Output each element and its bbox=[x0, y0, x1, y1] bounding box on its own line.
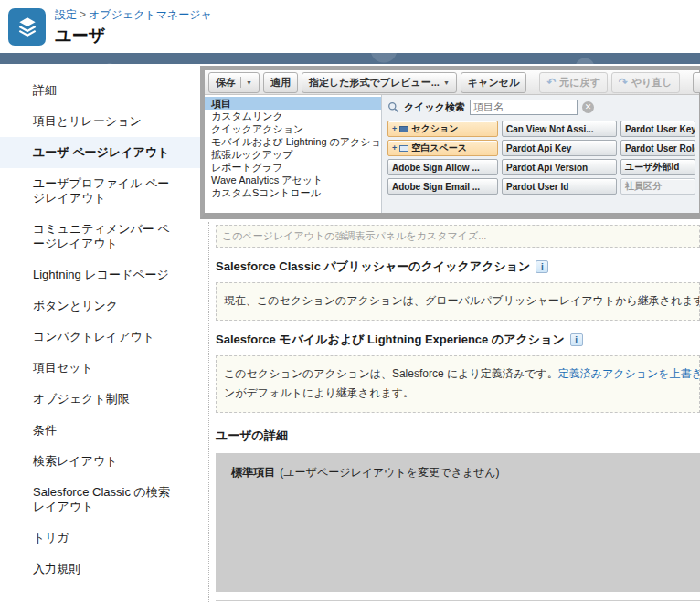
undo-icon: ↶ bbox=[546, 78, 556, 87]
palette-category-4[interactable]: 拡張ルックアップ bbox=[205, 148, 381, 161]
palette-category-6[interactable]: Wave Analytics アセット bbox=[205, 174, 381, 186]
quick-find-label: クイック検索 bbox=[404, 100, 465, 114]
palette-item-label: Pardot User Role bbox=[625, 143, 695, 153]
palette-item-0[interactable]: +セクション bbox=[387, 121, 498, 137]
redo-icon: ↷ bbox=[619, 78, 628, 87]
search-icon bbox=[387, 101, 399, 113]
palette-category-3[interactable]: モバイルおよび Lightning のアクション bbox=[205, 135, 381, 148]
palette-category-7[interactable]: カスタムSコントロール bbox=[205, 186, 381, 199]
sidebar-item-1[interactable]: 項目とリレーション bbox=[0, 106, 203, 137]
sidebar-item-11[interactable]: 検索レイアウト bbox=[0, 446, 203, 477]
sidebar-item-10[interactable]: 条件 bbox=[0, 415, 203, 446]
palette-item-11: 社員区分 bbox=[620, 178, 695, 195]
save-button-label: 保存 bbox=[216, 76, 236, 90]
palette-item-label: ユーザ外部Id bbox=[625, 161, 679, 174]
palette-item-label: 社員区分 bbox=[625, 180, 662, 193]
sidebar-item-14[interactable]: 入力規則 bbox=[0, 554, 203, 585]
breadcrumb-object-manager-link[interactable]: オブジェクトマネージャ bbox=[89, 8, 212, 21]
palette-category-list: 項目カスタムリンククイックアクションモバイルおよび Lightning のアクシ… bbox=[205, 95, 382, 213]
sidebar-item-0[interactable]: 詳細 bbox=[0, 75, 203, 106]
clear-search-icon[interactable]: ✕ bbox=[582, 101, 594, 113]
mobile-actions-text: このセクションのアクションは、Salesforce により定義済みです。 bbox=[224, 367, 558, 380]
redo-button[interactable]: ↷ やり直し bbox=[611, 72, 680, 93]
palette-item-label: Adobe Sign Allow ... bbox=[392, 163, 480, 173]
sidebar-item-5[interactable]: Lightning レコードページ bbox=[0, 259, 203, 290]
override-predefined-actions-link[interactable]: 定義済みアクションを上書き bbox=[558, 367, 700, 380]
palette-item-6[interactable]: Adobe Sign Allow ... bbox=[387, 159, 498, 175]
quick-find-input[interactable] bbox=[470, 100, 578, 115]
user-detail-section-heading: ユーザの詳細 bbox=[216, 428, 700, 444]
palette-item-9[interactable]: Adobe Sign Email ... bbox=[387, 178, 498, 195]
header-decorative-banner bbox=[0, 53, 700, 64]
palette-item-8[interactable]: ユーザ外部Id bbox=[620, 159, 695, 175]
page-title: ユーザ bbox=[55, 25, 212, 47]
sidebar-item-7[interactable]: コンパクトレイアウト bbox=[0, 322, 203, 353]
editor-toolbar: 保存 ▼ 適用 指定した形式でプレビュー... ▼ キャンセル ↶ 元に戻す bbox=[205, 70, 699, 95]
mobile-actions-title: Salesforce モバイルおよび Lightning Experience … bbox=[216, 332, 565, 348]
mobile-actions-line2: ンがデフォルトにより継承されます。 bbox=[224, 384, 692, 404]
user-object-icon bbox=[8, 8, 46, 46]
palette-item-label: Can View Not Assi... bbox=[506, 124, 594, 134]
undo-button[interactable]: ↶ 元に戻す bbox=[539, 72, 608, 93]
mobile-actions-section-heading: Salesforce モバイルおよび Lightning Experience … bbox=[216, 332, 700, 348]
standard-fields-locked-box: 標準項目 (ユーザページレイアウトを変更できません) bbox=[216, 453, 700, 592]
plus-icon: + bbox=[392, 125, 397, 133]
blank-space-icon bbox=[399, 145, 408, 152]
sidebar-item-6[interactable]: ボタンとリンク bbox=[0, 290, 203, 322]
customize-highlights-panel-bar[interactable]: このページレイアウトの強調表示パネルをカスタマイズ... bbox=[216, 225, 700, 248]
breadcrumb: 設定>オブジェクトマネージャ bbox=[55, 7, 212, 23]
palette-item-label: Adobe Sign Email ... bbox=[392, 182, 480, 192]
mobile-actions-line1: このセクションのアクションは、Salesforce により定義済みです。定義済み… bbox=[224, 364, 692, 385]
preview-dropdown-caret: ▼ bbox=[443, 79, 450, 86]
breadcrumb-separator: > bbox=[80, 8, 86, 21]
undo-button-label: 元に戻す bbox=[559, 76, 600, 90]
palette-category-0[interactable]: 項目 bbox=[205, 97, 381, 110]
palette-item-10[interactable]: Pardot User Id bbox=[502, 178, 617, 195]
palette-category-2[interactable]: クイックアクション bbox=[205, 122, 381, 135]
breadcrumb-setup-link[interactable]: 設定 bbox=[55, 8, 77, 21]
palette: 項目カスタムリンククイックアクションモバイルおよび Lightning のアクシ… bbox=[205, 95, 699, 213]
save-split-divider bbox=[240, 77, 241, 88]
sidebar-item-4[interactable]: コミュニティメンバー ページレイアウト bbox=[0, 214, 203, 259]
sidebar-nav: 詳細項目とリレーションユーザ ページレイアウトユーザプロファイル ページレイアウ… bbox=[0, 64, 203, 602]
classic-actions-box: 現在、このセクションのアクションは、グローバルパブリッシャーレイアウトから継承さ… bbox=[216, 282, 700, 321]
cancel-button[interactable]: キャンセル bbox=[461, 72, 526, 93]
palette-item-5[interactable]: Pardot User Role bbox=[620, 140, 695, 156]
palette-item-label: Pardot User Key bbox=[625, 124, 695, 134]
page-layout-editor: 保存 ▼ 適用 指定した形式でプレビュー... ▼ キャンセル ↶ 元に戻す bbox=[203, 64, 700, 602]
layers-icon bbox=[16, 15, 39, 38]
layout-properties-button[interactable]: レイアウトのプロパティ bbox=[693, 72, 700, 93]
classic-actions-section-heading: Salesforce Classic パブリッシャーのクイックアクション i bbox=[216, 259, 700, 275]
sidebar-item-2[interactable]: ユーザ ページレイアウト bbox=[0, 137, 203, 168]
palette-item-2[interactable]: Pardot User Key bbox=[620, 121, 695, 137]
palette-category-5[interactable]: レポートグラフ bbox=[205, 161, 381, 174]
layout-preview: このページレイアウトの強調表示パネルをカスタマイズ... Salesforce … bbox=[208, 222, 700, 602]
sidebar-item-3[interactable]: ユーザプロファイル ページレイアウト bbox=[0, 168, 203, 214]
sidebar-item-8[interactable]: 項目セット bbox=[0, 353, 203, 384]
section-icon bbox=[399, 126, 408, 132]
mobile-actions-box: このセクションのアクションは、Salesforce により定義済みです。定義済み… bbox=[216, 355, 700, 413]
sidebar-item-13[interactable]: トリガ bbox=[0, 523, 203, 554]
plus-icon: + bbox=[392, 144, 397, 153]
palette-item-4[interactable]: Pardot Api Key bbox=[502, 140, 617, 156]
palette-item-7[interactable]: Pardot Api Version bbox=[502, 159, 617, 175]
sidebar-item-9[interactable]: オブジェクト制限 bbox=[0, 384, 203, 415]
setup-header: 設定>オブジェクトマネージャ ユーザ bbox=[0, 0, 700, 53]
sidebar-item-12[interactable]: Salesforce Classic の検索レイアウト bbox=[0, 477, 203, 523]
info-icon[interactable]: i bbox=[536, 260, 548, 273]
apply-button-label: 適用 bbox=[270, 76, 291, 90]
palette-item-3[interactable]: +空白スペース bbox=[387, 140, 498, 156]
save-button[interactable]: 保存 ▼ bbox=[208, 72, 260, 93]
palette-item-label: 空白スペース bbox=[411, 142, 467, 154]
palette-items-grid: +セクションCan View Not Assi...Pardot User Ke… bbox=[387, 121, 699, 195]
preview-as-button[interactable]: 指定した形式でプレビュー... ▼ bbox=[302, 72, 457, 93]
palette-item-label: Pardot Api Key bbox=[506, 143, 571, 153]
palette-item-1[interactable]: Can View Not Assi... bbox=[502, 121, 617, 137]
info-icon[interactable]: i bbox=[570, 333, 583, 346]
palette-category-1[interactable]: カスタムリンク bbox=[205, 110, 381, 122]
save-dropdown-caret[interactable]: ▼ bbox=[246, 79, 252, 86]
redo-button-label: やり直し bbox=[631, 76, 673, 90]
preview-as-label: 指定した形式でプレビュー... bbox=[309, 76, 440, 90]
apply-button[interactable]: 適用 bbox=[263, 72, 298, 93]
quick-find-row: クイック検索 ✕ bbox=[387, 100, 699, 115]
